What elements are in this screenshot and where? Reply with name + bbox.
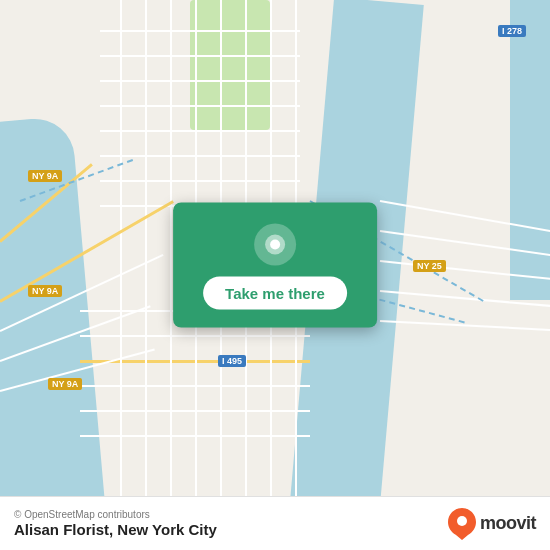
road-label-ny9a-3: NY 9A (48, 378, 82, 390)
svg-point-2 (270, 240, 280, 250)
location-title: Alisan Florist, New York City (14, 521, 217, 538)
location-pin-icon (253, 223, 297, 267)
grid-road-v2 (145, 0, 147, 500)
road-label-ny9a-2: NY 9A (28, 285, 62, 297)
popup-card: Take me there (173, 203, 377, 328)
moovit-pin-icon (448, 508, 476, 540)
take-me-there-button[interactable]: Take me there (203, 277, 347, 310)
bottom-bar: © OpenStreetMap contributors Alisan Flor… (0, 496, 550, 550)
attribution-text: © OpenStreetMap contributors (14, 509, 217, 520)
grid-road-v3 (170, 0, 172, 500)
road-label-i278: I 278 (498, 25, 526, 37)
svg-point-3 (457, 516, 467, 526)
central-park (190, 0, 270, 130)
moovit-logo: moovit (448, 508, 536, 540)
map-container: NY 9A NY 9A NY 9A I 495 NY 25 I 278 Take… (0, 0, 550, 550)
road-label-ny25: NY 25 (413, 260, 446, 272)
bottom-left-info: © OpenStreetMap contributors Alisan Flor… (14, 509, 217, 538)
moovit-brand-text: moovit (480, 513, 536, 534)
road-label-i495: I 495 (218, 355, 246, 367)
grid-road-v1 (120, 0, 122, 500)
road-label-ny9a-1: NY 9A (28, 170, 62, 182)
